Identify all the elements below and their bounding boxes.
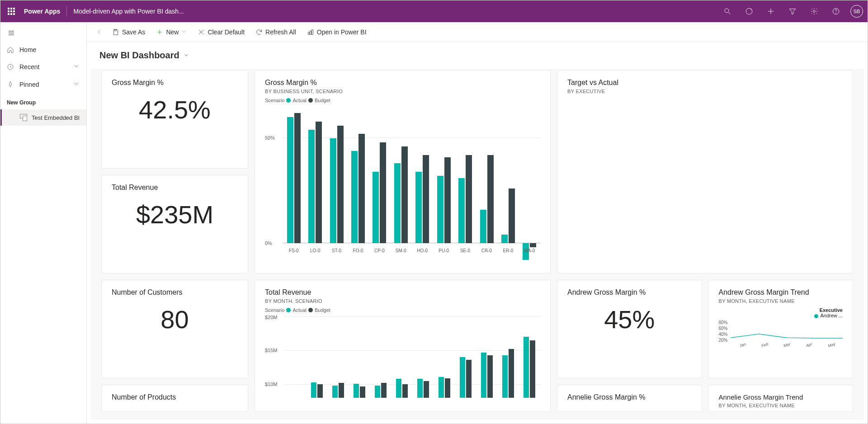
bar-chart-gm: 50% 0% FS-0LO-0ST-0FO-0CP-0SM-0HO-0PU-0S… (265, 107, 540, 256)
bar-chart-revenue: $20M $15M $10M (265, 316, 540, 398)
card-subtitle: BY MONTH, EXECUTIVE NAME (719, 298, 843, 304)
svg-point-9 (836, 13, 836, 13)
cmd-new[interactable]: New (151, 22, 192, 42)
chart-legend: Scenario Actual Budget (265, 307, 540, 313)
card-num-customers[interactable]: Number of Customers 80 (101, 280, 248, 378)
chart-legend: ExecutiveAndrew ... (719, 307, 843, 318)
back-icon[interactable] (92, 28, 107, 36)
cmd-open-power-bi[interactable]: Open in Power BI (302, 22, 372, 42)
card-title: Total Revenue (112, 184, 238, 192)
add-icon[interactable] (760, 0, 782, 22)
cmd-save-as-label: Save As (122, 28, 145, 36)
nav-item-test-embedded-bi[interactable]: Test Embedded BI (0, 109, 86, 126)
dashboard-icon (20, 114, 27, 121)
filter-icon[interactable] (782, 0, 803, 22)
page-title-text: New BI Dashboard (99, 50, 179, 61)
card-gross-margin-pct[interactable]: Gross Margin % 42.5% (101, 70, 248, 169)
card-title: Annelie Gross Margin % (567, 393, 692, 401)
brand-label: Power Apps (22, 6, 67, 17)
app-name-label: Model-driven App with Power BI dash... (67, 8, 184, 15)
card-andrew-pct[interactable]: Andrew Gross Margin % 45% (557, 280, 702, 378)
cmd-save-as[interactable]: Save As (107, 22, 151, 42)
svg-marker-6 (789, 9, 796, 14)
target-icon[interactable] (738, 0, 760, 22)
line-chart (731, 320, 843, 343)
cmd-clear-label: Clear Default (208, 28, 245, 36)
card-total-revenue[interactable]: Total Revenue $235M (101, 175, 248, 273)
nav-pinned[interactable]: Pinned (0, 75, 86, 93)
card-title: Gross Margin % (112, 79, 238, 87)
dashboard-canvas[interactable]: Gross Margin % 42.5% Total Revenue $235M… (90, 69, 864, 420)
user-avatar[interactable]: SB (850, 5, 863, 18)
nav-pinned-label: Pinned (19, 81, 39, 88)
svg-rect-20 (308, 32, 309, 34)
card-revenue-by-month[interactable]: Total Revenue BY MONTH, SCENARIO Scenari… (255, 280, 551, 412)
chevron-down-icon (73, 80, 80, 89)
card-num-products[interactable]: Number of Products (101, 385, 248, 412)
cmd-refresh-label: Refresh All (265, 28, 296, 36)
cmd-refresh-all[interactable]: Refresh All (250, 22, 302, 42)
card-subtitle: BY MONTH, EXECUTIVE NAME (719, 403, 843, 408)
metric-value: 80 (112, 298, 238, 340)
chevron-down-icon (179, 50, 189, 61)
svg-line-1 (728, 12, 731, 14)
card-title: Andrew Gross Margin % (567, 288, 692, 297)
nav-home[interactable]: Home (0, 42, 86, 58)
cmd-clear-default[interactable]: Clear Default (192, 22, 250, 42)
search-icon[interactable] (717, 0, 738, 22)
chevron-down-icon (181, 28, 187, 36)
svg-rect-15 (114, 29, 116, 31)
nav-group-label: New Group (0, 93, 86, 109)
card-subtitle: BY BUSINESS UNIT, SCENARIO (265, 89, 540, 94)
svg-rect-21 (310, 31, 311, 34)
svg-rect-22 (311, 29, 313, 34)
card-title: Number of Customers (112, 288, 238, 297)
collapse-nav-icon[interactable] (0, 26, 86, 42)
app-header: Power Apps Model-driven App with Power B… (0, 0, 868, 22)
card-gm-by-unit[interactable]: Gross Margin % BY BUSINESS UNIT, SCENARI… (255, 70, 551, 273)
settings-icon[interactable] (803, 0, 825, 22)
page-title[interactable]: New BI Dashboard (87, 42, 868, 69)
card-subtitle: BY EXECUTIVE (567, 89, 843, 94)
card-title: Gross Margin % (265, 79, 540, 87)
card-annelie-pct[interactable]: Annelie Gross Margin % (557, 385, 702, 412)
nav-recent[interactable]: Recent (0, 58, 86, 75)
card-title: Number of Products (112, 393, 238, 401)
card-title: Annelie Gross Margin Trend (719, 393, 843, 401)
card-subtitle: BY MONTH, SCENARIO (265, 298, 540, 304)
card-target-vs-actual[interactable]: Target vs Actual BY EXECUTIVE (557, 70, 853, 273)
card-annelie-trend[interactable]: Annelie Gross Margin Trend BY MONTH, EXE… (708, 385, 854, 412)
cmd-new-label: New (166, 28, 179, 36)
card-title: Andrew Gross Margin Trend (719, 288, 843, 297)
nav-item-label: Test Embedded BI (32, 114, 80, 121)
card-title: Target vs Actual (567, 79, 843, 87)
cmd-open-label: Open in Power BI (317, 28, 367, 36)
sidebar: Home Recent Pinned New Group Test Embedd… (0, 22, 87, 424)
app-launcher-icon[interactable] (0, 0, 22, 22)
svg-point-0 (725, 9, 729, 13)
command-bar: Save As New Clear Default Refresh All Op… (87, 22, 868, 42)
svg-point-7 (813, 10, 816, 13)
chevron-down-icon (73, 62, 80, 71)
metric-value: $235M (112, 193, 238, 236)
help-icon[interactable] (825, 0, 847, 22)
metric-value: 42.5% (112, 89, 238, 131)
nav-recent-label: Recent (19, 63, 39, 71)
chart-legend: Scenario Actual Budget (265, 98, 540, 103)
card-title: Total Revenue (265, 288, 540, 297)
card-andrew-trend[interactable]: Andrew Gross Margin Trend BY MONTH, EXEC… (708, 280, 854, 378)
metric-value: 45% (567, 298, 692, 340)
nav-home-label: Home (19, 46, 36, 53)
